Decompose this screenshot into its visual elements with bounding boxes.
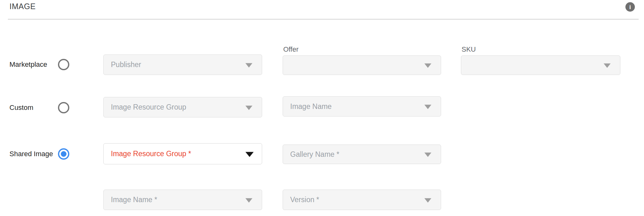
page-title: IMAGE <box>9 2 36 11</box>
gallery-name-placeholder: Gallery Name * <box>290 150 339 159</box>
chevron-down-icon <box>245 105 252 110</box>
custom-image-resource-group-dropdown[interactable]: Image Resource Group <box>103 97 262 117</box>
version-placeholder: Version * <box>290 196 319 204</box>
radio-custom[interactable] <box>58 102 69 113</box>
sku-dropdown[interactable] <box>461 55 620 75</box>
chevron-down-icon <box>245 198 252 202</box>
offer-dropdown[interactable] <box>283 55 441 75</box>
chevron-down-icon <box>245 63 252 67</box>
section-divider <box>8 19 639 20</box>
gallery-name-dropdown[interactable]: Gallery Name * <box>283 145 441 164</box>
info-button[interactable]: i <box>625 2 635 12</box>
version-dropdown[interactable]: Version * <box>283 190 441 210</box>
shared-image-name-placeholder: Image Name * <box>111 196 157 204</box>
radio-shared-image[interactable] <box>58 148 69 160</box>
shared-image-resource-group-dropdown[interactable]: Image Resource Group * <box>103 143 262 164</box>
custom-image-name-placeholder: Image Name <box>290 102 332 111</box>
publisher-dropdown[interactable]: Publisher <box>103 54 262 75</box>
sku-label: SKU <box>462 45 476 54</box>
chevron-down-icon <box>424 152 431 157</box>
radio-marketplace[interactable] <box>58 59 69 70</box>
chevron-down-icon <box>424 63 431 68</box>
chevron-down-icon <box>424 198 431 202</box>
option-label-marketplace: Marketplace <box>9 60 47 69</box>
shared-image-resource-group-placeholder: Image Resource Group * <box>111 150 191 158</box>
chevron-down-icon <box>424 105 431 109</box>
publisher-placeholder: Publisher <box>111 60 141 69</box>
offer-label: Offer <box>283 45 299 54</box>
option-label-custom: Custom <box>9 104 33 112</box>
chevron-down-icon <box>604 63 611 68</box>
shared-image-name-dropdown[interactable]: Image Name * <box>103 190 262 210</box>
option-label-shared-image: Shared Image <box>9 150 53 158</box>
chevron-down-icon <box>245 152 254 157</box>
custom-image-resource-group-placeholder: Image Resource Group <box>111 103 186 111</box>
info-icon: i <box>629 4 631 10</box>
image-section: IMAGE i Marketplace Custom Shared Image … <box>0 0 644 216</box>
custom-image-name-dropdown[interactable]: Image Name <box>283 96 441 117</box>
